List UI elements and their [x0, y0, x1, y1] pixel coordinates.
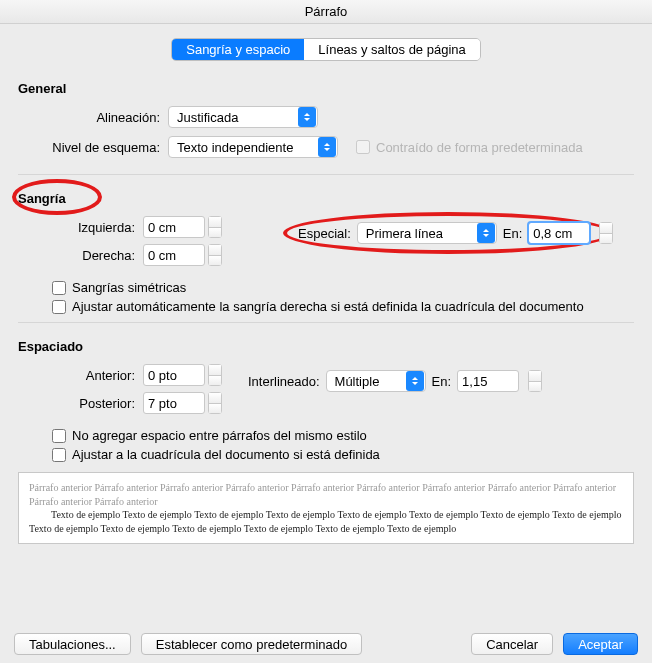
- line-spacing-at-label: En:: [432, 374, 452, 389]
- alignment-label: Alineación:: [18, 110, 168, 125]
- dropdown-arrows-icon: [477, 223, 495, 243]
- collapsed-default-label: Contraído de forma predeterminada: [376, 140, 583, 155]
- auto-right-indent-input[interactable]: [52, 300, 66, 314]
- dialog-footer: Tabulaciones... Establecer como predeter…: [0, 625, 652, 663]
- line-spacing-label: Interlineado:: [248, 374, 320, 389]
- snap-to-grid-label: Ajustar a la cuadrícula del documento si…: [72, 447, 380, 462]
- indent-special-select[interactable]: Primera línea: [357, 222, 497, 244]
- dropdown-arrows-icon: [318, 137, 336, 157]
- indent-special-value: Primera línea: [358, 226, 449, 241]
- auto-right-indent-checkbox[interactable]: Ajustar automáticamente la sangría derec…: [52, 299, 634, 314]
- alignment-select[interactable]: Justificada: [168, 106, 318, 128]
- spacing-after-input[interactable]: [143, 392, 205, 414]
- paragraph-dialog: Párrafo Sangría y espacio Líneas y salto…: [0, 0, 652, 663]
- no-space-same-style-checkbox[interactable]: No agregar espacio entre párrafos del mi…: [52, 428, 634, 443]
- collapsed-default-checkbox: Contraído de forma predeterminada: [356, 140, 583, 155]
- line-spacing-select[interactable]: Múltiple: [326, 370, 426, 392]
- tab-indent-spacing[interactable]: Sangría y espacio: [172, 39, 304, 60]
- spacing-before-input[interactable]: [143, 364, 205, 386]
- ok-button[interactable]: Aceptar: [563, 633, 638, 655]
- indent-left-stepper[interactable]: [208, 216, 222, 238]
- set-default-button[interactable]: Establecer como predeterminado: [141, 633, 363, 655]
- snap-to-grid-checkbox[interactable]: Ajustar a la cuadrícula del documento si…: [52, 447, 634, 462]
- collapsed-default-input: [356, 140, 370, 154]
- dropdown-arrows-icon: [298, 107, 316, 127]
- tab-group: Sangría y espacio Líneas y saltos de pág…: [171, 38, 481, 61]
- indent-by-stepper[interactable]: [599, 222, 613, 244]
- line-spacing-at-stepper[interactable]: [528, 370, 542, 392]
- indent-right-stepper[interactable]: [208, 244, 222, 266]
- cancel-button[interactable]: Cancelar: [471, 633, 553, 655]
- section-indent: Sangría: [18, 191, 634, 206]
- preview-box: Párrafo anterior Párrafo anterior Párraf…: [18, 472, 634, 544]
- line-spacing-value: Múltiple: [327, 374, 386, 389]
- indent-by-input[interactable]: [528, 222, 590, 244]
- indent-right-input[interactable]: [143, 244, 205, 266]
- spacing-before-stepper[interactable]: [208, 364, 222, 386]
- preview-sample-text: Texto de ejemplo Texto de ejemplo Texto …: [29, 508, 623, 535]
- preview-previous-text: Párrafo anterior Párrafo anterior Párraf…: [29, 482, 616, 507]
- dropdown-arrows-icon: [406, 371, 424, 391]
- indent-special-label: Especial:: [298, 226, 351, 241]
- mirror-indents-checkbox[interactable]: Sangrías simétricas: [52, 280, 634, 295]
- outline-level-value: Texto independiente: [169, 140, 299, 155]
- indent-left-label: Izquierda:: [18, 220, 143, 235]
- mirror-indents-label: Sangrías simétricas: [72, 280, 186, 295]
- indent-by-label: En:: [503, 226, 523, 241]
- indent-left-input[interactable]: [143, 216, 205, 238]
- mirror-indents-input[interactable]: [52, 281, 66, 295]
- outline-level-label: Nivel de esquema:: [18, 140, 168, 155]
- alignment-value: Justificada: [169, 110, 244, 125]
- section-general: General: [18, 81, 634, 96]
- spacing-after-label: Posterior:: [18, 396, 143, 411]
- outline-level-select[interactable]: Texto independiente: [168, 136, 338, 158]
- dialog-title: Párrafo: [0, 0, 652, 24]
- section-spacing: Espaciado: [18, 339, 634, 354]
- snap-to-grid-input[interactable]: [52, 448, 66, 462]
- line-spacing-at-input[interactable]: [457, 370, 519, 392]
- tabs-button[interactable]: Tabulaciones...: [14, 633, 131, 655]
- tab-line-page-breaks[interactable]: Líneas y saltos de página: [304, 39, 479, 60]
- no-space-same-style-label: No agregar espacio entre párrafos del mi…: [72, 428, 367, 443]
- indent-right-label: Derecha:: [18, 248, 143, 263]
- no-space-same-style-input[interactable]: [52, 429, 66, 443]
- auto-right-indent-label: Ajustar automáticamente la sangría derec…: [72, 299, 584, 314]
- spacing-after-stepper[interactable]: [208, 392, 222, 414]
- spacing-before-label: Anterior:: [18, 368, 143, 383]
